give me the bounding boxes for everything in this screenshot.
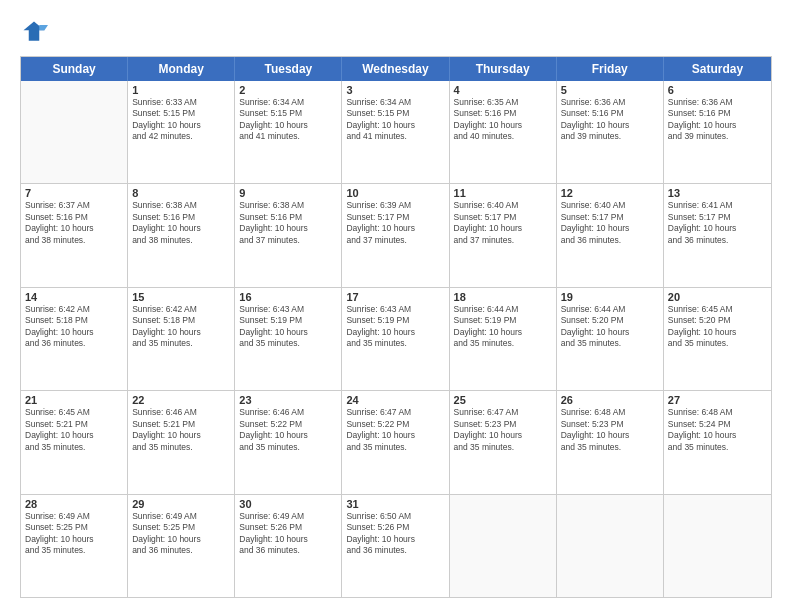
weekday-header-tuesday: Tuesday [235,57,342,81]
calendar-body: 1Sunrise: 6:33 AM Sunset: 5:15 PM Daylig… [21,81,771,597]
day-info: Sunrise: 6:50 AM Sunset: 5:26 PM Dayligh… [346,511,444,557]
day-info: Sunrise: 6:45 AM Sunset: 5:21 PM Dayligh… [25,407,123,453]
calendar-cell: 20Sunrise: 6:45 AM Sunset: 5:20 PM Dayli… [664,288,771,390]
day-info: Sunrise: 6:42 AM Sunset: 5:18 PM Dayligh… [132,304,230,350]
day-info: Sunrise: 6:37 AM Sunset: 5:16 PM Dayligh… [25,200,123,246]
calendar-cell: 8Sunrise: 6:38 AM Sunset: 5:16 PM Daylig… [128,184,235,286]
day-info: Sunrise: 6:46 AM Sunset: 5:22 PM Dayligh… [239,407,337,453]
day-number: 30 [239,498,337,510]
calendar-cell: 27Sunrise: 6:48 AM Sunset: 5:24 PM Dayli… [664,391,771,493]
weekday-header-sunday: Sunday [21,57,128,81]
calendar-cell: 19Sunrise: 6:44 AM Sunset: 5:20 PM Dayli… [557,288,664,390]
calendar-cell: 15Sunrise: 6:42 AM Sunset: 5:18 PM Dayli… [128,288,235,390]
calendar-cell: 12Sunrise: 6:40 AM Sunset: 5:17 PM Dayli… [557,184,664,286]
day-info: Sunrise: 6:34 AM Sunset: 5:15 PM Dayligh… [346,97,444,143]
calendar-cell: 25Sunrise: 6:47 AM Sunset: 5:23 PM Dayli… [450,391,557,493]
day-number: 26 [561,394,659,406]
day-info: Sunrise: 6:34 AM Sunset: 5:15 PM Dayligh… [239,97,337,143]
calendar-cell: 16Sunrise: 6:43 AM Sunset: 5:19 PM Dayli… [235,288,342,390]
calendar-cell: 24Sunrise: 6:47 AM Sunset: 5:22 PM Dayli… [342,391,449,493]
day-number: 28 [25,498,123,510]
calendar-cell [664,495,771,597]
calendar-cell: 13Sunrise: 6:41 AM Sunset: 5:17 PM Dayli… [664,184,771,286]
day-info: Sunrise: 6:44 AM Sunset: 5:20 PM Dayligh… [561,304,659,350]
day-info: Sunrise: 6:40 AM Sunset: 5:17 PM Dayligh… [561,200,659,246]
day-number: 6 [668,84,767,96]
calendar-cell: 4Sunrise: 6:35 AM Sunset: 5:16 PM Daylig… [450,81,557,183]
day-info: Sunrise: 6:39 AM Sunset: 5:17 PM Dayligh… [346,200,444,246]
calendar-row-4: 28Sunrise: 6:49 AM Sunset: 5:25 PM Dayli… [21,495,771,597]
day-number: 4 [454,84,552,96]
logo [20,18,52,46]
day-info: Sunrise: 6:36 AM Sunset: 5:16 PM Dayligh… [668,97,767,143]
day-number: 19 [561,291,659,303]
calendar-cell: 5Sunrise: 6:36 AM Sunset: 5:16 PM Daylig… [557,81,664,183]
day-number: 12 [561,187,659,199]
day-number: 21 [25,394,123,406]
day-number: 9 [239,187,337,199]
day-info: Sunrise: 6:49 AM Sunset: 5:25 PM Dayligh… [25,511,123,557]
calendar-cell: 28Sunrise: 6:49 AM Sunset: 5:25 PM Dayli… [21,495,128,597]
day-info: Sunrise: 6:47 AM Sunset: 5:23 PM Dayligh… [454,407,552,453]
calendar-cell: 22Sunrise: 6:46 AM Sunset: 5:21 PM Dayli… [128,391,235,493]
day-number: 14 [25,291,123,303]
svg-marker-0 [24,22,45,41]
day-number: 23 [239,394,337,406]
day-number: 7 [25,187,123,199]
day-info: Sunrise: 6:33 AM Sunset: 5:15 PM Dayligh… [132,97,230,143]
weekday-header-thursday: Thursday [450,57,557,81]
day-info: Sunrise: 6:36 AM Sunset: 5:16 PM Dayligh… [561,97,659,143]
day-number: 1 [132,84,230,96]
day-number: 15 [132,291,230,303]
calendar-row-1: 7Sunrise: 6:37 AM Sunset: 5:16 PM Daylig… [21,184,771,287]
weekday-header-friday: Friday [557,57,664,81]
logo-icon [20,18,48,46]
calendar-cell: 1Sunrise: 6:33 AM Sunset: 5:15 PM Daylig… [128,81,235,183]
day-number: 5 [561,84,659,96]
calendar-row-3: 21Sunrise: 6:45 AM Sunset: 5:21 PM Dayli… [21,391,771,494]
calendar-cell: 11Sunrise: 6:40 AM Sunset: 5:17 PM Dayli… [450,184,557,286]
day-info: Sunrise: 6:42 AM Sunset: 5:18 PM Dayligh… [25,304,123,350]
day-number: 20 [668,291,767,303]
weekday-header-monday: Monday [128,57,235,81]
day-number: 11 [454,187,552,199]
day-number: 31 [346,498,444,510]
day-info: Sunrise: 6:43 AM Sunset: 5:19 PM Dayligh… [239,304,337,350]
calendar-cell: 7Sunrise: 6:37 AM Sunset: 5:16 PM Daylig… [21,184,128,286]
day-info: Sunrise: 6:49 AM Sunset: 5:26 PM Dayligh… [239,511,337,557]
day-number: 18 [454,291,552,303]
day-info: Sunrise: 6:35 AM Sunset: 5:16 PM Dayligh… [454,97,552,143]
calendar-cell: 14Sunrise: 6:42 AM Sunset: 5:18 PM Dayli… [21,288,128,390]
day-number: 22 [132,394,230,406]
calendar-cell: 18Sunrise: 6:44 AM Sunset: 5:19 PM Dayli… [450,288,557,390]
calendar-cell: 21Sunrise: 6:45 AM Sunset: 5:21 PM Dayli… [21,391,128,493]
calendar-cell: 26Sunrise: 6:48 AM Sunset: 5:23 PM Dayli… [557,391,664,493]
weekday-header-saturday: Saturday [664,57,771,81]
day-number: 25 [454,394,552,406]
day-info: Sunrise: 6:45 AM Sunset: 5:20 PM Dayligh… [668,304,767,350]
calendar-cell: 10Sunrise: 6:39 AM Sunset: 5:17 PM Dayli… [342,184,449,286]
header [20,18,772,46]
calendar-header: SundayMondayTuesdayWednesdayThursdayFrid… [21,57,771,81]
calendar-cell: 3Sunrise: 6:34 AM Sunset: 5:15 PM Daylig… [342,81,449,183]
page: SundayMondayTuesdayWednesdayThursdayFrid… [0,0,792,612]
day-number: 27 [668,394,767,406]
day-info: Sunrise: 6:43 AM Sunset: 5:19 PM Dayligh… [346,304,444,350]
day-number: 24 [346,394,444,406]
day-number: 29 [132,498,230,510]
calendar-row-0: 1Sunrise: 6:33 AM Sunset: 5:15 PM Daylig… [21,81,771,184]
calendar-cell: 29Sunrise: 6:49 AM Sunset: 5:25 PM Dayli… [128,495,235,597]
day-number: 16 [239,291,337,303]
weekday-header-wednesday: Wednesday [342,57,449,81]
day-info: Sunrise: 6:48 AM Sunset: 5:23 PM Dayligh… [561,407,659,453]
calendar: SundayMondayTuesdayWednesdayThursdayFrid… [20,56,772,598]
day-number: 13 [668,187,767,199]
day-info: Sunrise: 6:48 AM Sunset: 5:24 PM Dayligh… [668,407,767,453]
day-info: Sunrise: 6:38 AM Sunset: 5:16 PM Dayligh… [239,200,337,246]
day-number: 8 [132,187,230,199]
calendar-cell [21,81,128,183]
day-info: Sunrise: 6:41 AM Sunset: 5:17 PM Dayligh… [668,200,767,246]
day-number: 3 [346,84,444,96]
day-info: Sunrise: 6:40 AM Sunset: 5:17 PM Dayligh… [454,200,552,246]
day-number: 2 [239,84,337,96]
